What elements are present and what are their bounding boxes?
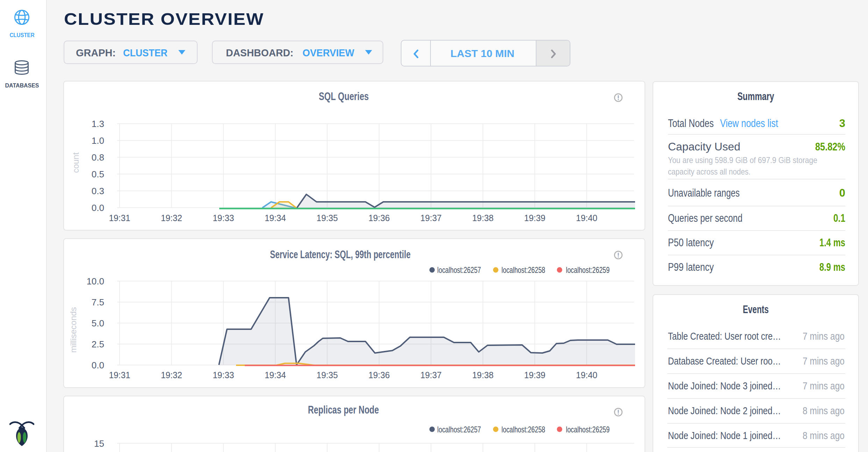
svg-text:OVERVIEW: OVERVIEW bbox=[303, 47, 355, 58]
svg-text:You are using 598.9 GiB of 697: You are using 598.9 GiB of 697.9 GiB sto… bbox=[668, 155, 817, 165]
svg-text:Node Joined: Node 3 joined…: Node Joined: Node 3 joined… bbox=[668, 380, 781, 391]
svg-text:8 mins ago: 8 mins ago bbox=[803, 430, 845, 441]
svg-text:DATABASES: DATABASES bbox=[5, 83, 39, 89]
svg-text:3: 3 bbox=[839, 117, 845, 129]
svg-text:GRAPH:: GRAPH: bbox=[76, 47, 116, 58]
svg-text:CLUSTER: CLUSTER bbox=[123, 47, 168, 58]
svg-text:Summary: Summary bbox=[738, 90, 775, 103]
svg-text:P50 latency: P50 latency bbox=[668, 236, 714, 249]
svg-text:1.4 ms: 1.4 ms bbox=[819, 236, 845, 249]
svg-text:DASHBOARD:: DASHBOARD: bbox=[226, 47, 293, 58]
svg-text:7 mins ago: 7 mins ago bbox=[803, 380, 845, 391]
svg-text:capacity across all nodes.: capacity across all nodes. bbox=[668, 167, 750, 176]
svg-text:View nodes list: View nodes list bbox=[720, 117, 778, 129]
svg-text:P99 latency: P99 latency bbox=[668, 261, 714, 273]
svg-text:7 mins ago: 7 mins ago bbox=[803, 355, 845, 367]
svg-text:Table Created: User root cre…: Table Created: User root cre… bbox=[668, 331, 781, 342]
svg-text:Node Joined: Node 1 joined…: Node Joined: Node 1 joined… bbox=[668, 430, 781, 441]
svg-text:Capacity Used: Capacity Used bbox=[668, 141, 740, 153]
svg-text:CLUSTER: CLUSTER bbox=[10, 32, 35, 38]
svg-text:8 mins ago: 8 mins ago bbox=[803, 405, 845, 416]
svg-text:0.1: 0.1 bbox=[833, 212, 845, 224]
svg-text:Node Joined: Node 2 joined…: Node Joined: Node 2 joined… bbox=[668, 405, 781, 416]
svg-text:Events: Events bbox=[743, 303, 769, 316]
svg-text:7 mins ago: 7 mins ago bbox=[803, 331, 845, 342]
svg-text:LAST 10 MIN: LAST 10 MIN bbox=[450, 48, 514, 59]
svg-text:Total Nodes: Total Nodes bbox=[668, 117, 714, 129]
svg-text:Database Created: User roo…: Database Created: User roo… bbox=[668, 355, 781, 367]
svg-text:Unavailable ranges: Unavailable ranges bbox=[668, 187, 740, 199]
svg-text:0: 0 bbox=[839, 187, 845, 199]
svg-text:8.9 ms: 8.9 ms bbox=[819, 261, 845, 273]
svg-text:Queries per second: Queries per second bbox=[668, 212, 742, 224]
svg-text:CLUSTER OVERVIEW: CLUSTER OVERVIEW bbox=[64, 10, 264, 28]
svg-text:85.82%: 85.82% bbox=[815, 141, 845, 153]
